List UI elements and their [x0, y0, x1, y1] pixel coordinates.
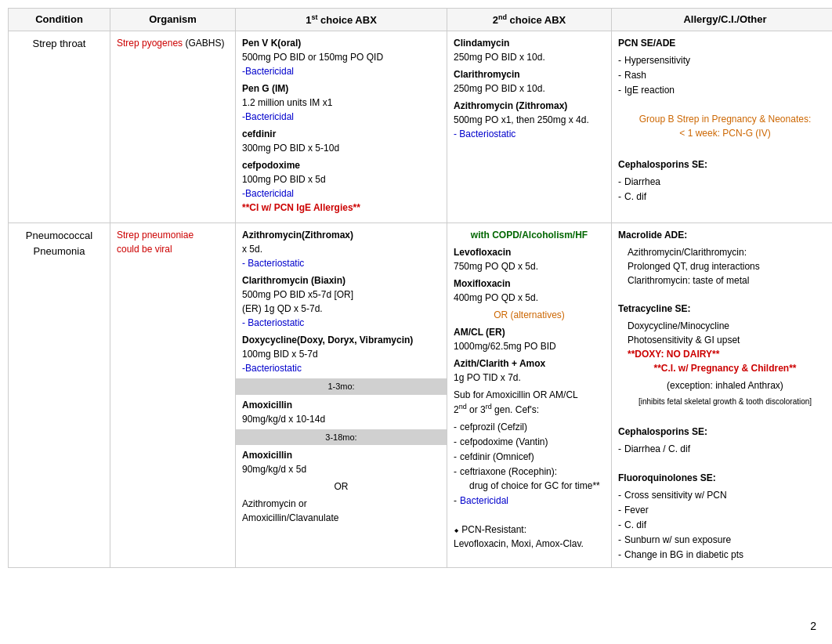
allergy-strep: PCN SE/ADE -Hypersensitivity -Rash -IgE … — [612, 31, 833, 223]
main-table: Condition Organism 1st choice ABX 2nd ch… — [8, 8, 832, 568]
header-allergy: Allergy/C.I./Other — [612, 9, 833, 31]
page-container: Condition Organism 1st choice ABX 2nd ch… — [0, 0, 832, 576]
condition-pneumonia: PneumococcalPneumonia — [9, 223, 110, 568]
header-organism: Organism — [110, 9, 236, 31]
header-first: 1st choice ABX — [236, 9, 447, 31]
section-1-3mo: 1-3mo: — [236, 378, 447, 395]
second-choice-strep: Clindamycin 250mg PO BID x 10d. Clarithr… — [447, 31, 612, 223]
header-second: 2nd choice ABX — [447, 9, 612, 31]
or-label: OR — [242, 479, 440, 494]
table-row-strep: Strep throat Strep pyogenes (GABHS) Pen … — [9, 31, 833, 223]
allergy-pneumonia: Macrolide ADE: Azithromycin/Clarithromyc… — [612, 223, 833, 568]
second-choice-pneumonia: with COPD/Alcoholism/HF Levofloxacin 750… — [447, 223, 612, 568]
page-number: 2 — [810, 620, 816, 632]
organism-strep: Strep pyogenes (GABHS) — [110, 31, 236, 223]
condition-strep: Strep throat — [9, 31, 110, 223]
organism-pneumonia: Strep pneumoniae could be viral — [110, 223, 236, 568]
table-row-pneumonia: PneumococcalPneumonia Strep pneumoniae c… — [9, 223, 833, 568]
header-condition: Condition — [9, 9, 110, 31]
first-choice-pneumonia: Azithromycin(Zithromax) x 5d. - Bacterio… — [236, 223, 447, 568]
first-choice-strep: Pen V K(oral) 500mg PO BID or 150mg PO Q… — [236, 31, 447, 223]
section-3-18mo: 3-18mo: — [236, 429, 447, 446]
